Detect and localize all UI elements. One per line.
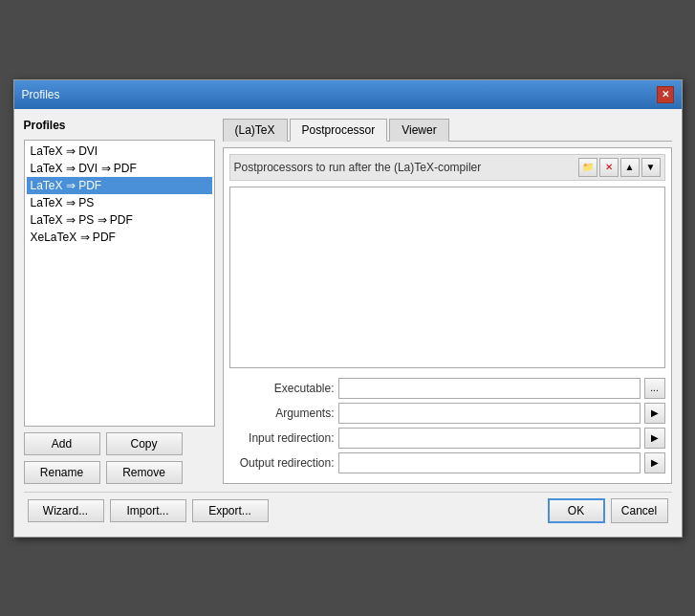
main-area: Profiles LaTeX ⇒ DVILaTeX ⇒ DVI ⇒ PDFLaT… [24,119,672,484]
input-redirection-browse-button[interactable]: ▶ [644,428,665,449]
close-button[interactable]: ✕ [657,86,674,103]
profiles-label: Profiles [24,119,215,132]
executable-input[interactable] [338,378,641,399]
list-item[interactable]: LaTeX ⇒ PS ⇒ PDF [27,211,212,229]
right-panel: (La)TeXPostprocessorViewer Postprocessor… [223,119,672,484]
toolbar-add-button[interactable]: 📁 [578,158,597,177]
tabs: (La)TeXPostprocessorViewer [223,119,672,142]
arguments-label: Arguments: [229,407,335,420]
profiles-dialog: Profiles ✕ Profiles LaTeX ⇒ DVILaTeX ⇒ D… [13,79,683,538]
output-redirection-browse-button[interactable]: ▶ [644,452,665,473]
bottom-right-buttons: OK Cancel [548,498,668,523]
bottom-bar: Wizard... Import... Export... OK Cancel [24,492,672,527]
bottom-left-buttons: Wizard... Import... Export... [28,499,269,522]
tab-content: Postprocessors to run after the (La)TeX-… [223,147,672,484]
postprocessors-list[interactable] [229,187,665,368]
executable-browse-button[interactable]: ... [644,378,665,399]
list-item[interactable]: LaTeX ⇒ DVI ⇒ PDF [27,160,212,177]
postprocessors-header: Postprocessors to run after the (La)TeX-… [229,154,665,181]
list-item[interactable]: LaTeX ⇒ PDF [27,177,212,194]
executable-row: Executable: ... [229,378,665,399]
cancel-button[interactable]: Cancel [611,498,668,523]
toolbar-up-button[interactable]: ▲ [620,158,640,177]
input-redirection-row: Input redirection: ▶ [229,428,665,449]
title-bar: Profiles ✕ [14,80,682,109]
output-redirection-row: Output redirection: ▶ [229,452,665,473]
output-redirection-input[interactable] [338,452,641,473]
profiles-buttons: Add Copy Rename Remove [24,432,215,484]
tab-latex[interactable]: (La)TeX [223,119,288,142]
list-item[interactable]: LaTeX ⇒ PS [27,194,212,211]
arguments-row: Arguments: ▶ [229,403,665,424]
import-button[interactable]: Import... [110,499,186,522]
form-area: Executable: ... Arguments: ▶ Input redir… [229,374,665,477]
list-item[interactable]: XeLaTeX ⇒ PDF [27,229,212,246]
arguments-browse-button[interactable]: ▶ [644,403,665,424]
toolbar-buttons: 📁 ✕ ▲ ▼ [578,158,661,177]
export-button[interactable]: Export... [192,499,269,522]
tab-viewer[interactable]: Viewer [389,119,448,142]
toolbar-down-button[interactable]: ▼ [641,158,661,177]
input-redirection-label: Input redirection: [229,431,335,445]
dialog-body: Profiles LaTeX ⇒ DVILaTeX ⇒ DVI ⇒ PDFLaT… [14,109,682,537]
copy-button[interactable]: Copy [106,432,183,455]
profiles-panel: Profiles LaTeX ⇒ DVILaTeX ⇒ DVI ⇒ PDFLaT… [24,119,215,484]
toolbar-remove-button[interactable]: ✕ [599,158,619,177]
remove-button[interactable]: Remove [106,461,183,484]
wizard-button[interactable]: Wizard... [28,499,104,522]
list-item[interactable]: LaTeX ⇒ DVI [27,143,212,160]
tab-postprocessor[interactable]: Postprocessor [290,119,388,142]
dialog-title: Profiles [22,88,60,101]
ok-button[interactable]: OK [548,498,605,523]
output-redirection-label: Output redirection: [229,456,335,470]
postprocessors-label: Postprocessors to run after the (La)TeX-… [234,161,482,174]
arguments-input[interactable] [338,403,641,424]
input-redirection-input[interactable] [338,428,641,449]
executable-label: Executable: [229,382,335,395]
rename-button[interactable]: Rename [24,461,100,484]
profiles-list[interactable]: LaTeX ⇒ DVILaTeX ⇒ DVI ⇒ PDFLaTeX ⇒ PDFL… [24,140,215,427]
add-button[interactable]: Add [24,432,100,455]
